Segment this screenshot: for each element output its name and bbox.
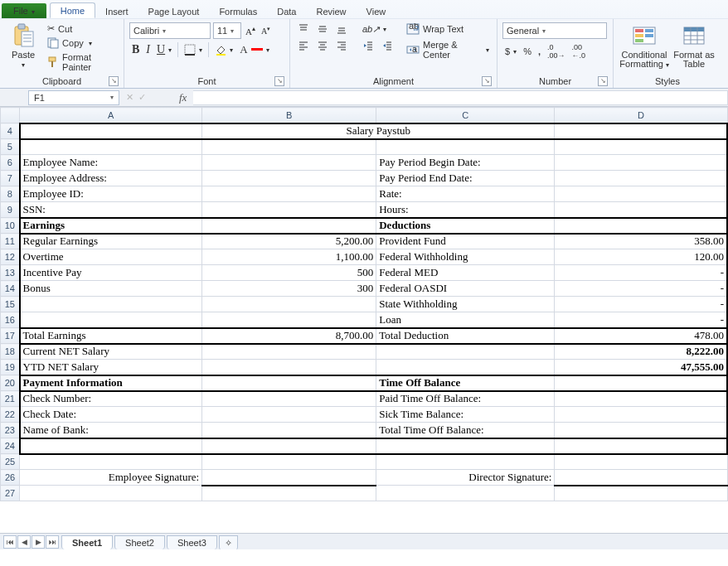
bold-button[interactable]: B bbox=[129, 42, 142, 57]
cell[interactable] bbox=[555, 454, 727, 470]
tab-nav-first[interactable]: ⏮ bbox=[3, 535, 17, 549]
wrap-text-button[interactable]: abWrap Text bbox=[404, 22, 492, 36]
col-header-B[interactable]: B bbox=[202, 108, 376, 123]
cell[interactable] bbox=[202, 375, 376, 391]
cell[interactable] bbox=[202, 186, 376, 202]
fill-color-button[interactable]: ▾ bbox=[212, 43, 235, 56]
row-header[interactable]: 25 bbox=[1, 454, 20, 470]
cell[interactable] bbox=[555, 486, 727, 501]
cell[interactable]: 47,555.00 bbox=[555, 360, 727, 375]
format-as-table-button[interactable]: Format as Table bbox=[673, 22, 715, 69]
cell[interactable]: 120.00 bbox=[555, 249, 727, 265]
cell[interactable]: 5,200.00 bbox=[202, 234, 376, 249]
cell[interactable] bbox=[202, 312, 376, 328]
row-header[interactable]: 20 bbox=[1, 375, 20, 391]
font-size-select[interactable]: 11▾ bbox=[213, 22, 241, 39]
cell[interactable]: Employee Address: bbox=[20, 171, 202, 186]
cell[interactable] bbox=[376, 454, 555, 470]
cell[interactable]: - bbox=[555, 265, 727, 281]
row-header[interactable]: 24 bbox=[1, 438, 20, 454]
decrease-font-button[interactable]: A▾ bbox=[260, 22, 272, 39]
row-header[interactable]: 5 bbox=[1, 139, 20, 155]
cell[interactable]: Total Time Off Balance: bbox=[376, 423, 555, 438]
cell[interactable] bbox=[202, 155, 376, 171]
cell[interactable]: Sick Time Balance: bbox=[376, 407, 555, 423]
cell[interactable] bbox=[555, 423, 727, 438]
cell[interactable] bbox=[202, 454, 376, 470]
dialog-launcher-icon[interactable]: ↘ bbox=[482, 76, 492, 86]
currency-button[interactable]: $▾ bbox=[502, 42, 519, 60]
cell[interactable]: Overtime bbox=[20, 249, 202, 265]
cell-title[interactable]: Salary Paystub bbox=[202, 123, 555, 139]
cell[interactable]: 300 bbox=[202, 281, 376, 297]
tab-nav-last[interactable]: ⏭ bbox=[46, 535, 59, 549]
dialog-launcher-icon[interactable]: ↘ bbox=[109, 76, 119, 86]
align-bottom-button[interactable] bbox=[333, 22, 350, 36]
cell[interactable] bbox=[376, 486, 555, 501]
cell[interactable]: 8,700.00 bbox=[202, 328, 376, 344]
cell[interactable] bbox=[202, 391, 376, 407]
align-top-button[interactable] bbox=[295, 22, 312, 36]
col-header-C[interactable]: C bbox=[376, 108, 555, 123]
increase-decimal-button[interactable]: .0.00→ bbox=[545, 42, 568, 60]
cell[interactable] bbox=[555, 171, 727, 186]
cell[interactable]: 478.00 bbox=[555, 328, 727, 344]
cell[interactable]: 8,222.00 bbox=[555, 344, 727, 360]
italic-button[interactable]: I bbox=[143, 42, 153, 57]
copy-button[interactable]: Copy▾ bbox=[45, 36, 119, 50]
select-all-corner[interactable] bbox=[1, 108, 20, 123]
cell[interactable] bbox=[376, 360, 555, 375]
name-box[interactable]: F1▾ bbox=[28, 90, 119, 105]
cell[interactable]: Regular Earnings bbox=[20, 234, 202, 249]
cell[interactable] bbox=[202, 486, 376, 501]
font-name-select[interactable]: Calibri▾ bbox=[129, 22, 211, 39]
new-sheet-button[interactable]: ✧ bbox=[219, 535, 238, 550]
cell[interactable]: Hours: bbox=[376, 202, 555, 218]
cell[interactable]: Paid Time Off Balance: bbox=[376, 391, 555, 407]
row-header[interactable]: 17 bbox=[1, 328, 20, 344]
cut-button[interactable]: ✂Cut bbox=[45, 22, 119, 35]
tab-file[interactable]: File▾ bbox=[2, 3, 46, 18]
cell[interactable]: Total Deduction bbox=[376, 328, 555, 344]
cell[interactable]: Director Signature: bbox=[376, 470, 555, 486]
paste-button[interactable]: Paste▾ bbox=[5, 22, 41, 70]
row-header[interactable]: 19 bbox=[1, 360, 20, 375]
tab-view[interactable]: View bbox=[357, 4, 396, 18]
tab-nav-prev[interactable]: ◀ bbox=[17, 535, 31, 549]
tab-insert[interactable]: Insert bbox=[95, 4, 138, 18]
cell[interactable]: Employee Signature: bbox=[20, 470, 202, 486]
cell[interactable]: Payment Information bbox=[20, 375, 202, 391]
cell[interactable]: Federal OASDI bbox=[376, 281, 555, 297]
row-header[interactable]: 27 bbox=[1, 486, 20, 501]
col-header-D[interactable]: D bbox=[555, 108, 727, 123]
percent-button[interactable]: % bbox=[521, 42, 534, 60]
row-header[interactable]: 23 bbox=[1, 423, 20, 438]
cell[interactable] bbox=[555, 123, 727, 139]
cell[interactable]: Deductions bbox=[376, 218, 555, 234]
row-header[interactable]: 26 bbox=[1, 470, 20, 486]
conditional-formatting-button[interactable]: Conditional Formatting ▾ bbox=[619, 22, 670, 70]
cell[interactable]: Employee Name: bbox=[20, 155, 202, 171]
align-middle-button[interactable] bbox=[314, 22, 331, 36]
cell[interactable]: Earnings bbox=[20, 218, 202, 234]
cell[interactable]: 500 bbox=[202, 265, 376, 281]
row-header[interactable]: 6 bbox=[1, 155, 20, 171]
cell[interactable] bbox=[20, 438, 202, 454]
border-button[interactable]: ▾ bbox=[182, 43, 205, 56]
cell[interactable] bbox=[20, 486, 202, 501]
number-format-select[interactable]: General▾ bbox=[502, 22, 607, 39]
row-header[interactable]: 16 bbox=[1, 312, 20, 328]
cell[interactable]: Check Number: bbox=[20, 391, 202, 407]
decrease-indent-button[interactable] bbox=[360, 39, 376, 52]
cell[interactable]: 1,100.00 bbox=[202, 249, 376, 265]
col-header-A[interactable]: A bbox=[20, 108, 202, 123]
cell[interactable] bbox=[20, 297, 202, 312]
cell[interactable]: Name of Bank: bbox=[20, 423, 202, 438]
row-header[interactable]: 15 bbox=[1, 297, 20, 312]
cell[interactable] bbox=[20, 139, 202, 155]
row-header[interactable]: 21 bbox=[1, 391, 20, 407]
cell[interactable] bbox=[555, 155, 727, 171]
cell[interactable]: State Withholding bbox=[376, 297, 555, 312]
orientation-button[interactable]: ab↗▾ bbox=[360, 22, 389, 36]
increase-indent-button[interactable] bbox=[379, 39, 396, 52]
